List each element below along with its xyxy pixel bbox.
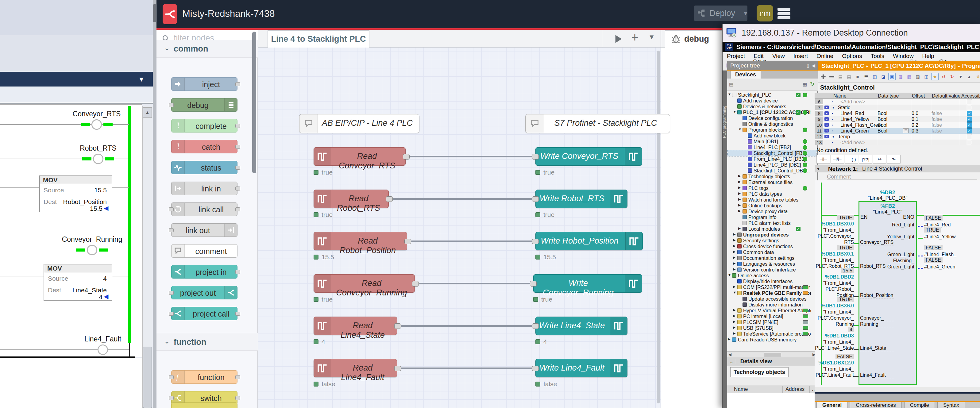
tag-toolbar-icon-5[interactable]: ☰ <box>862 73 870 80</box>
tab-line4-to-stacklight[interactable]: Line 4 to Stacklight PLC <box>267 30 369 48</box>
flow-node-write-conveyor_rts[interactable]: Write Conveyor_RTS <box>535 147 642 166</box>
editor-breadcrumb[interactable]: Stacklight_PLC▸PLC_1 [CPU 1212C AC/DC/Rl… <box>818 61 980 71</box>
flow-node-write-conveyor_running[interactable]: Write Conveyor_Running <box>533 274 642 293</box>
tag-toolbar-icon-12[interactable]: ◫ <box>923 73 930 80</box>
tree-item-ungrouped-devices[interactable]: ▶Ungrouped devices <box>728 232 816 238</box>
pane-collapse-icon[interactable]: ◀ <box>811 63 815 68</box>
tree-expander-icon[interactable]: ▼ <box>738 127 741 131</box>
tree-expander-icon[interactable]: ▶ <box>733 244 735 248</box>
tree-item-add-new-block[interactable]: Add new block <box>728 133 816 139</box>
tree-item-from-line4-plc-db1-[interactable]: From_Line4_PLC [DB1] <box>728 156 816 162</box>
node-output-port[interactable] <box>235 375 240 379</box>
node-input-port[interactable] <box>169 375 173 379</box>
flow-node-write-robot_position[interactable]: Write Robot_Position <box>535 232 643 250</box>
accessible-checkbox[interactable]: ✓ <box>967 122 972 128</box>
tree-expander-icon[interactable]: ▶ <box>733 325 735 329</box>
tag-toolbar-icon-8[interactable]: ▣ <box>888 73 896 80</box>
mov-block-line4-state[interactable]: MOVSource4DestLine4_State4◀ <box>44 264 112 301</box>
flow-node-write-line4_fault[interactable]: Write Line4_Fault <box>535 359 627 377</box>
tag-row-13[interactable]: 13▪<Add new> <box>815 140 980 145</box>
tree-expander-icon[interactable]: ▶ <box>738 186 741 190</box>
tag-row-10[interactable]: 10◂▪Line4_Flash_GreenBool0.2false✓ <box>815 122 980 128</box>
tree-item-plcsim-pn-ie-[interactable]: ▶PLCSIM [PN/IE] <box>728 319 816 325</box>
datatype-dropdown-button[interactable]: ☰ <box>903 128 908 133</box>
tree-item-devices-networks[interactable]: Devices & networks <box>728 104 816 110</box>
node-input-port[interactable] <box>169 312 173 316</box>
node-input-port[interactable] <box>532 366 539 371</box>
tag-toolbar-icon-16[interactable]: ▼ <box>957 73 964 80</box>
tree-hscroll-thumb[interactable] <box>764 353 781 356</box>
run-flow-button[interactable] <box>611 32 625 46</box>
node-output-port[interactable] <box>235 312 240 316</box>
flow-node-read-robot_position[interactable]: Read Robot_Position <box>313 232 407 250</box>
node-output-port[interactable] <box>235 166 240 170</box>
tab-list-chevron[interactable]: ▼ <box>646 33 658 45</box>
palette-node-link-in[interactable]: link in <box>171 182 237 195</box>
tree-expander-icon[interactable]: ▶ <box>733 314 735 318</box>
tag-toolbar-icon-9[interactable]: ▨ <box>897 73 904 80</box>
tag-toolbar-icon-3[interactable]: ▤ <box>845 73 853 80</box>
menu-online[interactable]: Online <box>816 53 833 60</box>
rdp-titlebar[interactable]: 192.168.0.137 - Remote Desktop Connectio… <box>722 24 980 42</box>
palette-node-project-in[interactable]: project in <box>171 265 237 279</box>
mov-block-robot-position[interactable]: MOVSource15.5DestRobot_Position15.5◀ <box>39 175 112 212</box>
tree-item-stacklight-plc[interactable]: ▼Stacklight_PLC✓ <box>728 92 816 98</box>
tree-item-watch-and-force-tables[interactable]: ▶Watch and force tables <box>728 197 816 203</box>
node-output-port[interactable] <box>403 154 410 160</box>
flow-node-write-robot_rts[interactable]: Write Robot_RTS <box>535 190 627 208</box>
tag-toolbar-icon-6[interactable]: ◫ <box>871 73 878 80</box>
palette-node-link-out[interactable]: link out <box>171 223 237 237</box>
tree-item-plc-tags[interactable]: ▶PLC tags <box>728 185 816 191</box>
tree-item-hyper-v-virtual-ethernet-adapter[interactable]: ▶Hyper-V Virtual Ethernet Adapter <box>728 308 816 314</box>
tree-expander-icon[interactable]: ▶ <box>733 256 735 260</box>
ladder-scrollbar-thumb[interactable] <box>143 347 152 408</box>
tag-toolbar-icon-13[interactable]: ★ <box>931 73 939 80</box>
tree-item-teleservice-automatic-protoco-[interactable]: ▶TeleService [Automatic protoco... <box>728 331 816 337</box>
tree-expander-icon[interactable]: ▶ <box>733 320 735 324</box>
accessible-checkbox[interactable] <box>967 99 972 104</box>
tree-item-online-backups[interactable]: ▶Online backups <box>728 203 816 209</box>
tree-item-technology-objects[interactable]: ▶Technology objects <box>728 174 816 179</box>
tree-expander-icon[interactable]: ▶ <box>738 197 741 201</box>
tree-expander-icon[interactable]: ▶ <box>738 174 741 178</box>
bottom-tab-compile[interactable]: Compile <box>904 402 935 408</box>
palette-node-project-out[interactable]: project out <box>171 286 237 299</box>
breadcrumb-item[interactable]: Stacklight_PLC <box>821 63 864 69</box>
palette-node-function[interactable]: ffunction <box>171 370 237 384</box>
tag-toolbar-icon-15[interactable]: ↻ <box>948 73 956 80</box>
coil-icon[interactable]: —( ) <box>845 155 858 164</box>
network-collapse-icon[interactable]: ▼ <box>816 167 820 171</box>
tag-row-6[interactable]: 6▪<Add new> <box>815 99 980 105</box>
tree-expander-icon[interactable]: ▶ <box>733 238 735 242</box>
app-edge-thumb[interactable] <box>153 4 156 22</box>
breadcrumb-item[interactable]: Program blocks <box>962 63 980 69</box>
bottom-tab-syntax[interactable]: Syntax <box>937 402 965 408</box>
contact-nc-icon[interactable]: ⊣/⊢ <box>830 155 844 164</box>
palette-node-partial[interactable] <box>171 402 237 408</box>
tree-filter-icon[interactable]: ▤ <box>729 82 733 87</box>
node-input-port[interactable] <box>169 291 173 295</box>
open-branch-icon[interactable]: ↦ <box>873 155 886 164</box>
menu-options[interactable]: Options <box>842 53 862 60</box>
tag-toolbar-icon-11[interactable]: ▨ <box>914 73 921 80</box>
node-output-port[interactable] <box>235 124 240 128</box>
pane-options-icon[interactable]: ▯ <box>807 63 809 68</box>
ladder-scroll-up-button[interactable]: ▲ <box>143 107 152 118</box>
flow-node-read-robot_rts[interactable]: Read Robot_RTS <box>313 190 389 208</box>
tree-item-program-blocks[interactable]: ▼Program blocks <box>728 127 816 133</box>
deploy-dropdown-chevron[interactable]: ▼ <box>743 10 749 17</box>
accessible-checkbox[interactable] <box>967 134 972 139</box>
accessible-checkbox[interactable] <box>967 105 972 110</box>
tree-item-program-info[interactable]: Program info <box>728 214 816 220</box>
tag-toolbar-icon-14[interactable]: ↺ <box>940 73 947 80</box>
flow-wire[interactable] <box>399 368 534 369</box>
add-tab-button[interactable]: + <box>628 31 642 46</box>
node-input-port[interactable] <box>532 154 539 160</box>
menu-project[interactable]: Project <box>727 53 745 60</box>
palette-node-comment[interactable]: comment <box>171 244 237 258</box>
tree-expander-icon[interactable]: ▼ <box>733 291 737 294</box>
flow-node-read-line4_state[interactable]: Read Line4_State <box>313 317 397 335</box>
tree-item-stacklight-control-fb1-[interactable]: Stacklight_Control [FB1] <box>728 150 816 156</box>
accessible-checkbox[interactable]: ✓ <box>967 128 972 133</box>
flow-node-read-line4_fault[interactable]: Read Line4_Fault <box>313 359 397 377</box>
